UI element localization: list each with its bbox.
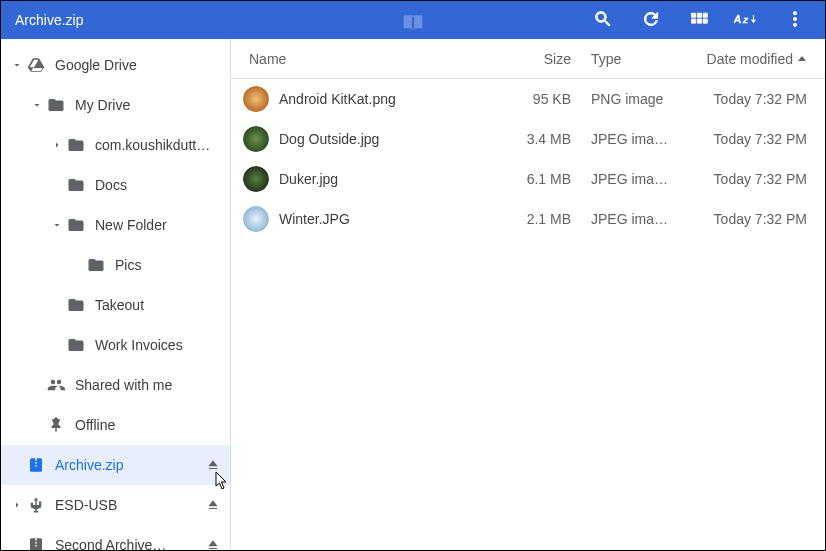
eject-button[interactable] bbox=[204, 538, 222, 550]
sidebar-item-label: ESD-USB bbox=[55, 497, 204, 513]
svg-rect-12 bbox=[35, 545, 37, 547]
sidebar-item[interactable]: Takeout bbox=[1, 285, 230, 325]
more-button[interactable] bbox=[773, 1, 817, 39]
svg-rect-8 bbox=[35, 465, 37, 467]
sort-button[interactable]: AZ bbox=[725, 1, 769, 39]
file-size: 3.4 MB bbox=[495, 131, 585, 147]
file-date: Today 7:32 PM bbox=[695, 91, 825, 107]
toolbar-actions: AZ bbox=[581, 1, 817, 39]
more-vertical-icon bbox=[785, 9, 805, 32]
sidebar-item[interactable]: Archive.zip bbox=[1, 445, 230, 485]
view-grid-button[interactable] bbox=[677, 1, 721, 39]
file-row[interactable]: Duker.jpg6.1 MBJPEG ima…Today 7:32 PM bbox=[231, 159, 825, 199]
file-type: JPEG ima… bbox=[585, 131, 695, 147]
folder-icon bbox=[65, 134, 87, 156]
watermark bbox=[396, 11, 430, 42]
file-type: JPEG ima… bbox=[585, 171, 695, 187]
file-name: Duker.jpg bbox=[279, 171, 338, 187]
sidebar-item[interactable]: My Drive bbox=[1, 85, 230, 125]
sidebar-item[interactable]: Work Invoices bbox=[1, 325, 230, 365]
sidebar-item-label: New Folder bbox=[95, 217, 222, 233]
sidebar-item[interactable]: Offline bbox=[1, 405, 230, 445]
body: Google DriveMy Drivecom.koushikdutt…Docs… bbox=[1, 39, 825, 550]
sidebar-item[interactable]: Docs bbox=[1, 165, 230, 205]
col-name[interactable]: Name bbox=[231, 51, 495, 67]
file-thumbnail bbox=[243, 166, 269, 192]
chevron-right-icon[interactable] bbox=[9, 497, 25, 513]
zip-icon bbox=[25, 454, 47, 476]
column-header: Name Size Type Date modified bbox=[231, 39, 825, 79]
file-name: Dog Outside.jpg bbox=[279, 131, 379, 147]
grid-icon bbox=[689, 9, 709, 32]
window-title: Archive.zip bbox=[15, 12, 83, 28]
sidebar-item[interactable]: ESD-USB bbox=[1, 485, 230, 525]
svg-rect-7 bbox=[35, 462, 37, 464]
folder-icon bbox=[65, 294, 87, 316]
sidebar[interactable]: Google DriveMy Drivecom.koushikdutt…Docs… bbox=[1, 39, 231, 550]
sidebar-item-label: Second Archive… bbox=[55, 537, 204, 550]
file-date: Today 7:32 PM bbox=[695, 131, 825, 147]
col-date[interactable]: Date modified bbox=[695, 51, 825, 67]
sidebar-item[interactable]: Google Drive bbox=[1, 45, 230, 85]
sidebar-item[interactable]: Shared with me bbox=[1, 365, 230, 405]
file-row[interactable]: Android KitKat.png95 KBPNG imageToday 7:… bbox=[231, 79, 825, 119]
svg-text:A: A bbox=[734, 13, 741, 24]
svg-text:Z: Z bbox=[742, 15, 748, 24]
col-size[interactable]: Size bbox=[495, 51, 585, 67]
folder-icon bbox=[65, 334, 87, 356]
app-window: Archive.zip AZ bbox=[0, 0, 826, 551]
sidebar-item[interactable]: Pics bbox=[1, 245, 230, 285]
svg-point-13 bbox=[243, 86, 269, 112]
file-date: Today 7:32 PM bbox=[695, 211, 825, 227]
eject-button[interactable] bbox=[204, 458, 222, 472]
file-row[interactable]: Dog Outside.jpg3.4 MBJPEG ima…Today 7:32… bbox=[231, 119, 825, 159]
file-date: Today 7:32 PM bbox=[695, 171, 825, 187]
sort-az-icon: AZ bbox=[734, 11, 760, 30]
sidebar-item-label: com.koushikdutt… bbox=[95, 137, 222, 153]
file-rows[interactable]: Android KitKat.png95 KBPNG imageToday 7:… bbox=[231, 79, 825, 550]
toolbar: Archive.zip AZ bbox=[1, 1, 825, 39]
refresh-icon bbox=[641, 9, 661, 32]
file-name: Winter.JPG bbox=[279, 211, 350, 227]
file-name: Android KitKat.png bbox=[279, 91, 396, 107]
file-thumbnail bbox=[243, 126, 269, 152]
svg-point-3 bbox=[793, 17, 796, 20]
drive-icon bbox=[25, 54, 47, 76]
sidebar-item[interactable]: com.koushikdutt… bbox=[1, 125, 230, 165]
sidebar-item-label: Shared with me bbox=[75, 377, 222, 393]
content-pane: Name Size Type Date modified Android Kit… bbox=[231, 39, 825, 550]
sidebar-item-label: Docs bbox=[95, 177, 222, 193]
sidebar-item[interactable]: New Folder bbox=[1, 205, 230, 245]
svg-point-2 bbox=[793, 11, 796, 14]
sidebar-item-label: Pics bbox=[115, 257, 222, 273]
file-type: JPEG ima… bbox=[585, 211, 695, 227]
refresh-button[interactable] bbox=[629, 1, 673, 39]
svg-rect-10 bbox=[35, 538, 37, 540]
sidebar-item[interactable]: Second Archive… bbox=[1, 525, 230, 550]
file-size: 2.1 MB bbox=[495, 211, 585, 227]
file-row[interactable]: Winter.JPG2.1 MBJPEG ima…Today 7:32 PM bbox=[231, 199, 825, 239]
folder-icon bbox=[85, 254, 107, 276]
usb-icon bbox=[25, 494, 47, 516]
sort-asc-icon bbox=[797, 51, 807, 67]
search-button[interactable] bbox=[581, 1, 625, 39]
folder-icon bbox=[65, 214, 87, 236]
pin-icon bbox=[45, 414, 67, 436]
file-size: 95 KB bbox=[495, 91, 585, 107]
search-icon bbox=[593, 9, 613, 32]
chevron-down-icon[interactable] bbox=[49, 217, 65, 233]
svg-rect-6 bbox=[35, 458, 37, 460]
chevron-right-icon[interactable] bbox=[49, 137, 65, 153]
eject-button[interactable] bbox=[204, 498, 222, 512]
sidebar-item-label: My Drive bbox=[75, 97, 222, 113]
chevron-down-icon[interactable] bbox=[9, 57, 25, 73]
file-type: PNG image bbox=[585, 91, 695, 107]
file-size: 6.1 MB bbox=[495, 171, 585, 187]
svg-point-14 bbox=[243, 126, 269, 152]
chevron-down-icon[interactable] bbox=[29, 97, 45, 113]
svg-point-16 bbox=[243, 206, 269, 232]
svg-rect-11 bbox=[35, 542, 37, 544]
col-type[interactable]: Type bbox=[585, 51, 695, 67]
sidebar-item-label: Takeout bbox=[95, 297, 222, 313]
sidebar-item-label: Work Invoices bbox=[95, 337, 222, 353]
